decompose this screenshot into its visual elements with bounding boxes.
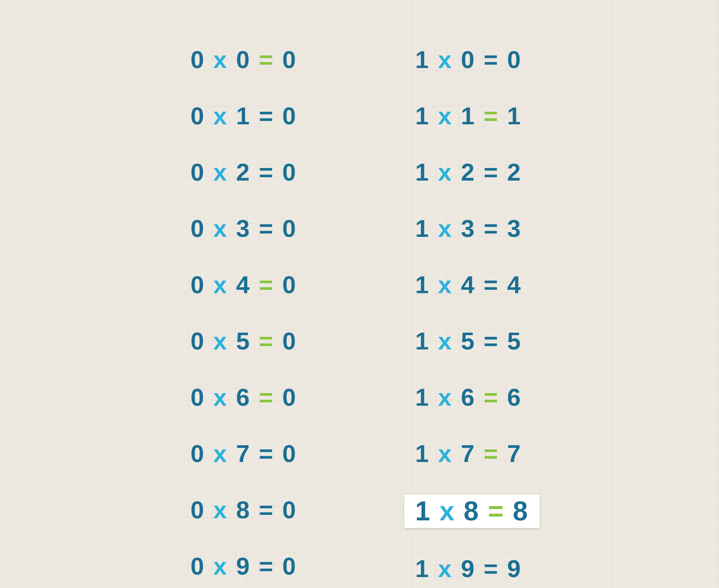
equation-row: 0 x 0 = 0 — [179, 44, 308, 75]
equation-row: 0 x 2 = 0 — [179, 157, 308, 188]
operand-b: 3 — [457, 216, 479, 241]
operand-a: 1 — [411, 47, 434, 72]
equals-icon: = — [479, 47, 503, 72]
equation-row: 1 x 9 = 9 — [404, 553, 532, 584]
operand-a: 0 — [186, 554, 209, 578]
equation-row: 0 x 9 = 0 — [179, 551, 308, 582]
result: 0 — [278, 47, 301, 72]
operand-b: 6 — [457, 385, 479, 410]
operand-a: 0 — [186, 273, 209, 297]
operand-a: 0 — [186, 329, 209, 353]
equation-row: 1 x 1 = 1 — [404, 100, 532, 131]
operand-a: 0 — [186, 498, 209, 522]
operand-a: 1 — [411, 160, 434, 184]
operand-b: 1 — [232, 104, 255, 128]
operand-a: 0 — [186, 47, 209, 72]
equals-icon: = — [479, 441, 503, 466]
result: 0 — [278, 329, 301, 353]
equals-icon: = — [255, 554, 278, 578]
column-1: 1 x 0 = 0 1 x 1 = 1 1 x 2 = 2 1 x 3 = 3 — [404, 44, 540, 584]
times-icon: x — [209, 273, 232, 297]
equation-row: 1 x 8 = 8 — [404, 494, 540, 528]
times-icon: x — [209, 498, 232, 522]
result: 1 — [503, 104, 526, 128]
operand-b: 2 — [232, 160, 255, 184]
operand-b: 3 — [232, 216, 255, 241]
equals-icon: = — [479, 216, 503, 241]
times-icon: x — [434, 47, 456, 72]
result: 4 — [503, 273, 526, 297]
result: 5 — [503, 329, 526, 353]
operand-b: 9 — [457, 556, 479, 581]
equation-row: 1 x 3 = 3 — [404, 213, 532, 244]
equals-icon: = — [255, 160, 278, 184]
equation-row: 0 x 4 = 0 — [179, 269, 308, 300]
equals-icon: = — [479, 385, 503, 410]
times-icon: x — [434, 441, 456, 466]
equals-icon: = — [255, 441, 278, 466]
equation-row: 0 x 7 = 0 — [179, 438, 308, 469]
result: 8 — [508, 498, 533, 525]
equals-icon: = — [255, 498, 278, 522]
operand-a: 1 — [411, 273, 434, 297]
operand-a: 1 — [411, 104, 434, 128]
operand-a: 1 — [411, 441, 434, 466]
times-icon: x — [434, 329, 456, 353]
times-icon: x — [209, 554, 232, 578]
operand-b: 7 — [457, 441, 479, 466]
times-icon: x — [209, 160, 232, 184]
operand-b: 9 — [232, 554, 255, 578]
equation-row: 1 x 0 = 0 — [404, 44, 532, 75]
operand-b: 4 — [457, 273, 479, 297]
equation-row: 1 x 5 = 5 — [404, 326, 532, 357]
operand-a: 0 — [186, 441, 209, 466]
operand-b: 8 — [459, 498, 484, 525]
times-icon: x — [434, 273, 456, 297]
equals-icon: = — [479, 104, 503, 128]
result: 3 — [503, 216, 526, 241]
equals-icon: = — [255, 47, 278, 72]
times-icon: x — [209, 329, 232, 353]
equals-icon: = — [479, 329, 503, 353]
equation-row: 1 x 6 = 6 — [404, 382, 532, 413]
operand-a: 0 — [186, 385, 209, 410]
operand-a: 0 — [186, 160, 209, 184]
equals-icon: = — [255, 329, 278, 353]
times-icon: x — [434, 216, 456, 241]
equation-row: 1 x 7 = 7 — [404, 438, 532, 469]
result: 0 — [278, 273, 301, 297]
times-icon: x — [434, 556, 456, 581]
equals-icon: = — [479, 160, 503, 184]
times-icon: x — [209, 385, 232, 410]
result: 0 — [278, 385, 301, 410]
operand-b: 0 — [457, 47, 479, 72]
times-icon: x — [209, 47, 232, 72]
equals-icon: = — [479, 273, 503, 297]
operand-b: 5 — [232, 329, 255, 353]
result: 0 — [278, 498, 301, 522]
result: 2 — [503, 160, 526, 184]
result: 0 — [503, 47, 526, 72]
result: 0 — [278, 441, 301, 466]
equals-icon: = — [255, 104, 278, 128]
result: 6 — [503, 385, 526, 410]
equals-icon: = — [255, 385, 278, 410]
result: 0 — [278, 104, 301, 128]
times-icon: x — [209, 216, 232, 241]
times-icon: x — [434, 104, 456, 128]
operand-a: 0 — [186, 216, 209, 241]
times-icon: x — [209, 104, 232, 128]
operand-a: 1 — [411, 385, 434, 410]
operand-b: 5 — [457, 329, 479, 353]
operand-b: 1 — [457, 104, 479, 128]
operand-b: 8 — [232, 498, 255, 522]
times-icon: x — [209, 441, 232, 466]
equation-row: 0 x 6 = 0 — [179, 382, 308, 413]
operand-b: 2 — [457, 160, 479, 184]
operand-a: 1 — [411, 556, 434, 581]
equals-icon: = — [484, 498, 508, 525]
operand-a: 1 — [411, 498, 435, 525]
equation-row: 0 x 8 = 0 — [179, 494, 308, 525]
operand-b: 0 — [232, 47, 255, 72]
result: 0 — [278, 216, 301, 241]
